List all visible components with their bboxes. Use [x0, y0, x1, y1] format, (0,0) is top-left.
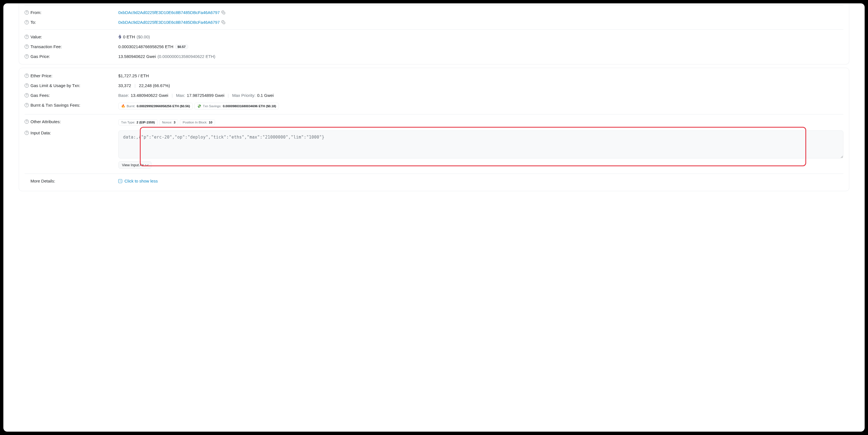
- burnt-label: Burnt & Txn Savings Fees:: [30, 103, 80, 108]
- from-address-link[interactable]: 0xbDAc9d2Ad0225fE3D10E6c8B7485DBcFa46A67…: [118, 10, 220, 15]
- ether-price-row: ? Ether Price: $1,727.25 / ETH: [19, 71, 849, 81]
- gas-price-amount: 13.580940622 Gwei: [118, 54, 156, 59]
- burnt-l: Burnt:: [127, 105, 135, 108]
- view-input-as-button[interactable]: View Input As: [118, 161, 152, 169]
- savings-badge: 💸 Txn Savings: 0.000098031680034696 ETH …: [194, 103, 279, 110]
- app-window: ? From: 0xbDAc9d2Ad0225fE3D10E6c8B7485DB…: [3, 3, 865, 432]
- max-value: 17.987254899 Gwei: [187, 93, 224, 98]
- value-amount: 0 ETH: [123, 34, 135, 39]
- gas-fees-row: ? Gas Fees: Base: 13.480940622 Gwei | Ma…: [19, 90, 849, 100]
- base-value: 13.480940622 Gwei: [131, 93, 168, 98]
- divider: [25, 5, 843, 5]
- more-details-row: More Details: Click to show less: [19, 176, 849, 186]
- divider: [25, 29, 843, 30]
- input-data-textarea[interactable]: [118, 130, 843, 158]
- gas-price-eth: (0.000000013580940622 ETH): [157, 54, 215, 59]
- input-data-row: ? Input Data: View Input As: [19, 128, 849, 171]
- nonce-l: Nonce:: [162, 121, 172, 124]
- base-label: Base:: [118, 93, 129, 98]
- flame-icon: 🔥: [121, 104, 125, 108]
- txn-fee-amount: 0.000302148766958256 ETH: [118, 44, 174, 49]
- help-icon[interactable]: ?: [25, 20, 29, 24]
- maxp-label: Max Priority:: [232, 93, 255, 98]
- burnt-badge: 🔥 Burnt: 0.000299923966958256 ETH ($0.56…: [118, 103, 193, 110]
- ether-price-label: Ether Price:: [30, 73, 52, 78]
- separator: |: [134, 83, 135, 88]
- save-l: Txn Savings:: [203, 105, 221, 108]
- copy-icon[interactable]: [221, 11, 225, 14]
- to-label: To:: [30, 20, 36, 25]
- help-icon[interactable]: ?: [25, 35, 29, 39]
- gas-limit-label: Gas Limit & Usage by Txn:: [30, 83, 80, 88]
- help-icon[interactable]: ?: [25, 10, 29, 14]
- divider: [25, 174, 843, 174]
- gas-price-row: ? Gas Price: 13.580940622 Gwei (0.000000…: [19, 52, 849, 61]
- ether-price-value: $1,727.25 / ETH: [118, 73, 149, 78]
- gas-price-label: Gas Price:: [30, 54, 50, 59]
- maxp-value: 0.1 Gwei: [257, 93, 274, 98]
- txn-fee-usd-badge: $0.57: [175, 45, 188, 49]
- txn-card-details: ? Ether Price: $1,727.25 / ETH ? Gas Lim…: [19, 68, 849, 191]
- save-v: 0.000098031680034696 ETH ($0.18): [223, 105, 276, 108]
- help-icon[interactable]: ?: [25, 119, 29, 124]
- help-icon[interactable]: ?: [25, 74, 29, 78]
- input-data-label: Input Data:: [30, 130, 51, 135]
- position-badge: Position In Block: 10: [180, 119, 215, 125]
- help-icon[interactable]: ?: [25, 45, 29, 49]
- gas-limit-row: ? Gas Limit & Usage by Txn: 33,372 | 22,…: [19, 81, 849, 90]
- copy-icon[interactable]: [221, 21, 225, 24]
- value-label: Value:: [30, 34, 42, 39]
- svg-rect-1: [223, 22, 225, 24]
- view-input-as-label: View Input As: [122, 163, 144, 167]
- divider: [25, 114, 843, 115]
- txn-fee-label: Transaction Fee:: [30, 44, 62, 49]
- other-attr-row: ? Other Attributes: Txn Type: 2 (EIP-155…: [19, 117, 849, 128]
- value-row: ? Value: 0 ETH ($0.00): [19, 32, 849, 42]
- help-icon[interactable]: ?: [25, 54, 29, 58]
- gas-fees-label: Gas Fees:: [30, 93, 50, 98]
- txn-fee-row: ? Transaction Fee: 0.000302148766958256 …: [19, 42, 849, 52]
- show-less-link[interactable]: Click to show less: [118, 179, 158, 183]
- nonce-v: 3: [174, 121, 175, 124]
- from-label: From:: [30, 10, 41, 15]
- help-icon[interactable]: ?: [25, 131, 29, 135]
- savings-icon: 💸: [197, 104, 202, 108]
- help-icon[interactable]: ?: [25, 103, 29, 107]
- burnt-row: ? Burnt & Txn Savings Fees: 🔥 Burnt: 0.0…: [19, 100, 849, 112]
- pos-l: Position In Block:: [183, 121, 207, 124]
- help-icon[interactable]: ?: [25, 83, 29, 88]
- value-usd: ($0.00): [137, 34, 150, 39]
- to-row: ? To: 0xbDAc9d2Ad0225fE3D10E6c8B7485DBcF…: [19, 17, 849, 27]
- separator: |: [172, 93, 173, 98]
- other-label: Other Attributes:: [30, 119, 61, 124]
- gas-usage-value: 22,248 (66.67%): [139, 83, 170, 88]
- show-less-text: Click to show less: [124, 179, 158, 183]
- more-details-label: More Details:: [30, 179, 55, 183]
- pos-v: 10: [209, 121, 213, 124]
- type-v: 2 (EIP-1559): [136, 121, 155, 124]
- max-label: Max:: [176, 93, 185, 98]
- gas-limit-value: 33,372: [118, 83, 131, 88]
- eth-icon: [118, 34, 121, 39]
- type-l: Txn Type:: [121, 121, 135, 124]
- minus-icon: [118, 179, 122, 183]
- nonce-badge: Nonce: 3: [159, 119, 178, 125]
- txn-card-top: ? From: 0xbDAc9d2Ad0225fE3D10E6c8B7485DB…: [19, 3, 849, 64]
- to-address-link[interactable]: 0xbDAc9d2Ad0225fE3D10E6c8B7485DBcFa46A67…: [118, 20, 220, 25]
- help-icon[interactable]: ?: [25, 93, 29, 97]
- burnt-v: 0.000299923966958256 ETH ($0.56): [137, 105, 190, 108]
- svg-rect-0: [223, 12, 225, 14]
- chevron-down-icon: [145, 163, 148, 166]
- from-row: ? From: 0xbDAc9d2Ad0225fE3D10E6c8B7485DB…: [19, 7, 849, 17]
- txn-type-badge: Txn Type: 2 (EIP-1559): [118, 119, 158, 125]
- separator: |: [228, 93, 229, 98]
